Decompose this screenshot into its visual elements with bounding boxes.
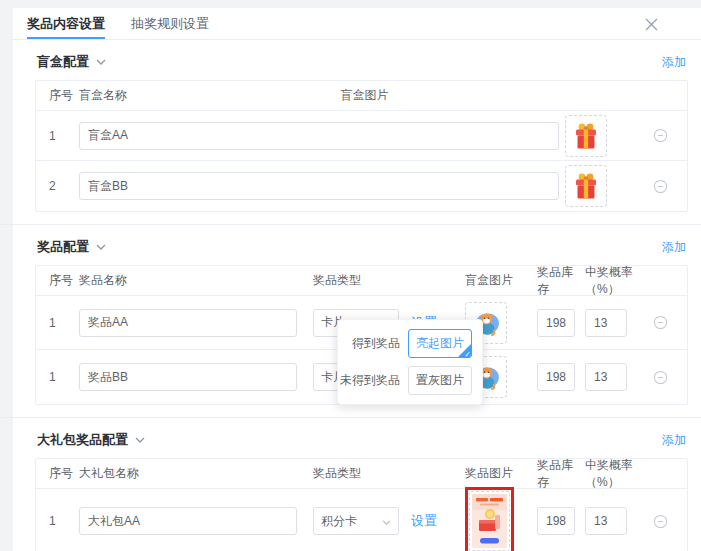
col-prize-type: 奖品类型 [313,465,465,482]
col-giftpack-name: 大礼包名称 [79,465,313,482]
row-seq: 1 [49,514,79,528]
add-giftpack-button[interactable]: 添加 [662,432,686,449]
giftpack-row-1: 1 积分卡 设置 [36,489,687,551]
select-caret-icon [382,514,391,528]
row-seq: 1 [49,370,79,384]
section-blindbox-title[interactable]: 盲盒配置 [37,53,106,71]
col-prize-type: 奖品类型 [313,272,465,289]
popup-label-lose: 未得到奖品 [340,372,400,389]
col-win-rate: 中奖概率（%） [585,457,644,491]
giftpack-table-header: 序号 大礼包名称 奖品类型 奖品图片 奖品库存 中奖概率（%） [36,459,687,489]
giftpack-type-value: 积分卡 [321,513,357,530]
col-seq: 序号 [49,272,79,289]
tab-lottery-rules[interactable]: 抽奖规则设置 [131,8,209,39]
giftpack-image-set-link[interactable]: 设置 [411,512,437,530]
add-blindbox-button[interactable]: 添加 [662,54,686,71]
chevron-down-icon [96,244,106,250]
section-blindbox-title-text: 盲盒配置 [37,53,89,71]
remove-row-icon[interactable] [652,315,668,331]
prize-settings-panel: 奖品内容设置 抽奖规则设置 盲盒配置 添加 序号 盲盒名称 盲盒图片 1 [13,8,701,551]
blindbox-row-2: 2 [36,161,687,211]
gray-image-button[interactable]: 置灰图片 [408,366,472,395]
remove-row-icon[interactable] [652,128,668,144]
col-stock: 奖品库存 [537,457,585,491]
prize-stock-input[interactable] [537,309,575,337]
chevron-down-icon [135,437,145,443]
section-blindbox-header: 盲盒配置 添加 [35,40,688,80]
remove-row-icon[interactable] [652,369,668,385]
blindbox-name-input[interactable] [79,172,559,200]
add-prize-button[interactable]: 添加 [662,239,686,256]
prize-rate-input[interactable] [585,309,627,337]
gift-box-image [570,170,602,202]
prize-name-input[interactable] [79,309,297,337]
giftpack-stock-input[interactable] [537,507,575,535]
col-win-rate: 中奖概率（%） [585,264,644,298]
section-giftpack-header: 大礼包奖品配置 添加 [35,418,688,458]
col-prize-name: 奖品名称 [79,272,313,289]
blindbox-image-upload[interactable] [565,165,607,207]
section-giftpack-title-text: 大礼包奖品配置 [37,431,128,449]
prize-name-input[interactable] [79,363,297,391]
col-seq: 序号 [49,87,79,104]
close-icon[interactable] [643,16,659,32]
remove-row-icon[interactable] [652,178,668,194]
highlight-red-box [465,487,514,551]
col-seq: 序号 [49,465,79,482]
giftpack-type-select[interactable]: 积分卡 [313,507,399,535]
giftpack-rate-input[interactable] [585,507,627,535]
blindbox-table: 序号 盲盒名称 盲盒图片 1 [35,80,688,212]
row-seq: 1 [49,129,79,143]
popup-row-win: 得到奖品 亮起图片 [348,329,472,358]
col-blindbox-image: 盲盒图片 [465,272,537,289]
tab-prize-content[interactable]: 奖品内容设置 [27,8,105,39]
tab-bar: 奖品内容设置 抽奖规则设置 [13,8,701,40]
image-mode-popup: 得到奖品 亮起图片 未得到奖品 置灰图片 [337,319,483,405]
blindbox-image-upload[interactable] [565,115,607,157]
blindbox-row-1: 1 [36,111,687,161]
blindbox-name-input[interactable] [79,122,559,150]
giftpack-name-input[interactable] [79,507,297,535]
col-prize-image: 奖品图片 [465,465,537,482]
col-blindbox-name: 盲盒名称 [79,87,341,104]
remove-row-icon[interactable] [652,513,668,529]
bright-image-button[interactable]: 亮起图片 [408,329,472,358]
section-prize-title-text: 奖品配置 [37,238,89,256]
row-seq: 1 [49,316,79,330]
blindbox-table-header: 序号 盲盒名称 盲盒图片 [36,81,687,111]
section-prize-header: 奖品配置 添加 [35,225,688,265]
prize-table-header: 序号 奖品名称 奖品类型 盲盒图片 奖品库存 中奖概率（%） [36,266,687,296]
giftpack-table: 序号 大礼包名称 奖品类型 奖品图片 奖品库存 中奖概率（%） 1 积分卡 设置 [35,458,688,551]
col-blindbox-image: 盲盒图片 [341,87,413,104]
prize-stock-input[interactable] [537,363,575,391]
col-stock: 奖品库存 [537,264,585,298]
gift-box-image [570,120,602,152]
gift-poster-image [472,494,507,548]
row-seq: 2 [49,179,79,193]
popup-row-lose: 未得到奖品 置灰图片 [348,366,472,395]
section-giftpack-title[interactable]: 大礼包奖品配置 [37,431,145,449]
popup-label-win: 得到奖品 [352,335,400,352]
section-prize-title[interactable]: 奖品配置 [37,238,106,256]
chevron-down-icon [96,59,106,65]
prize-rate-input[interactable] [585,363,627,391]
giftpack-image-upload[interactable] [469,491,510,551]
